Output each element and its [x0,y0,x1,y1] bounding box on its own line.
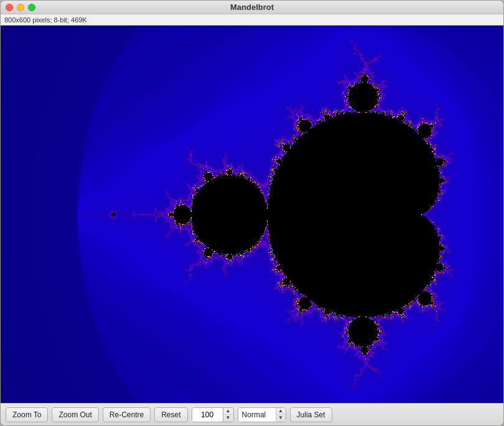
blend-mode-down[interactable]: ▼ [276,415,286,422]
fractal-canvas[interactable] [1,25,503,403]
zoom-stepper-up[interactable]: ▲ [223,408,233,415]
blend-mode-selector[interactable]: Normal ▲ ▼ [238,407,286,422]
main-window: Mandelbrot 800x600 pixels; 8-bit; 469K Z… [0,0,504,426]
close-button[interactable] [6,4,13,11]
zoom-stepper[interactable]: ▲ ▼ [192,407,234,422]
minimize-button[interactable] [17,4,24,11]
window-title: Mandelbrot [230,2,274,12]
blend-mode-value: Normal [238,408,276,422]
zoom-to-button[interactable]: Zoom To [6,407,48,422]
fractal-canvas-area[interactable] [1,25,503,403]
title-bar: Mandelbrot [1,1,503,14]
julia-set-button[interactable]: Julia Set [290,407,332,422]
image-info: 800x600 pixels; 8-bit; 469K [1,14,503,25]
zoom-out-button[interactable]: Zoom Out [52,407,98,422]
maximize-button[interactable] [28,4,35,11]
zoom-input[interactable] [192,408,223,422]
traffic-lights [6,4,35,11]
image-info-text: 800x600 pixels; 8-bit; 469K [4,16,87,24]
toolbar: Zoom To Zoom Out Re-Centre Reset ▲ ▼ Nor… [1,403,503,425]
reset-button[interactable]: Reset [154,407,187,422]
zoom-stepper-down[interactable]: ▼ [223,415,233,422]
blend-mode-up[interactable]: ▲ [276,408,286,415]
zoom-stepper-arrows: ▲ ▼ [223,408,233,422]
recentre-button[interactable]: Re-Centre [103,407,151,422]
blend-mode-arrows: ▲ ▼ [276,408,286,422]
